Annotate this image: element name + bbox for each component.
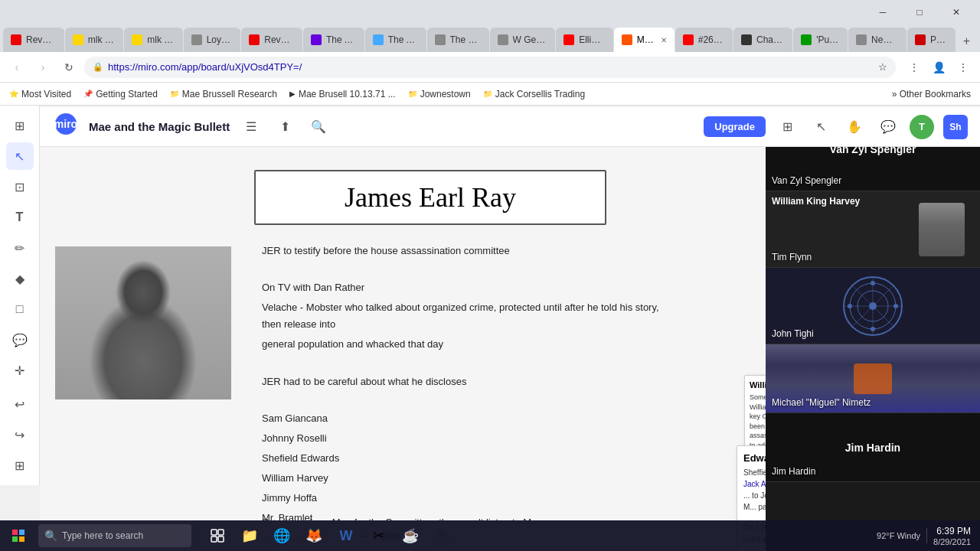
bookmark-icon-3: 📁 (170, 90, 179, 98)
taskbar-scissors[interactable]: ✂ (363, 520, 394, 551)
search-icon[interactable]: 🔍 (306, 115, 331, 139)
note-sam-giancana: Sam Giancana (262, 410, 660, 427)
bookmark-icon-2: 📌 (83, 90, 93, 98)
frames-tool[interactable]: ⊡ (6, 173, 34, 201)
bookmarks-bar: ⭐ Most Visited 📌 Getting Started 📁 Mae B… (0, 83, 980, 106)
minimize-button[interactable]: ─ (865, 2, 900, 23)
marker-tool[interactable]: ◆ (6, 265, 34, 292)
tab-10[interactable]: Elliot... (556, 28, 613, 52)
other-bookmarks[interactable]: » Other Bookmarks (889, 87, 974, 101)
tab-5[interactable]: Rever... (241, 28, 302, 52)
note-line1: JER to testify before the house assassin… (262, 243, 660, 259)
url-text: https://miro.com/app/board/uXjVOsd4TPY=/ (108, 61, 874, 73)
select-tool[interactable]: ↖ (6, 142, 34, 170)
tab-7[interactable]: The A... (365, 28, 426, 52)
tab-2[interactable]: mlk c... (65, 28, 123, 52)
close-button[interactable]: ✕ (939, 2, 974, 23)
taskbar-word[interactable]: W (331, 520, 361, 551)
tab-3[interactable]: mlk c... (124, 28, 182, 52)
note-line3: Velache - Mobster who talked about organ… (262, 299, 660, 333)
bookmark-icon-5: 📁 (408, 90, 417, 98)
svg-rect-18 (211, 536, 217, 542)
shapes-tool[interactable]: ✛ (6, 357, 34, 384)
redo-tool[interactable]: ↪ (6, 421, 34, 448)
miro-logo[interactable]: miro (52, 110, 80, 138)
tab-12[interactable]: #261... (675, 28, 733, 52)
comment-icon[interactable]: 💬 (876, 115, 900, 139)
taskbar-firefox[interactable]: 🦊 (299, 520, 329, 551)
svg-rect-14 (12, 536, 18, 542)
participant-overlay-john: John Tighi (772, 328, 814, 339)
taskbar-file-manager[interactable]: 📁 (234, 520, 265, 551)
new-tab-button[interactable]: + (956, 31, 977, 52)
start-button[interactable] (3, 520, 34, 551)
tab-6[interactable]: The A... (303, 28, 364, 52)
tab-15[interactable]: New ... (848, 28, 906, 52)
forward-button[interactable]: › (32, 57, 54, 78)
upgrade-button[interactable]: Upgrade (704, 116, 766, 137)
share-button[interactable]: Sh (943, 115, 968, 139)
participant-miguel: Michael "Miguel" Nimetz (766, 344, 980, 413)
svg-point-10 (848, 304, 852, 308)
taskbar: 🔍 Type here to search 📁 🌐 🦊 W ✂ ☕ 92°F W… (0, 520, 980, 551)
svg-rect-19 (218, 536, 224, 542)
bookmark-mae-brusell[interactable]: ▶ Mae Brusell 10.13.71 ... (286, 87, 399, 101)
board-title: Mae and the Magic Bullett (89, 120, 230, 133)
participant-logo-john (842, 276, 903, 337)
taskbar-search[interactable]: 🔍 Type here to search (38, 524, 191, 547)
note-shefield-edwards: Shefield Edwards (262, 450, 660, 467)
nav-bar: ‹ › ↻ 🔒 https://miro.com/app/board/uXjVO… (0, 52, 980, 83)
tab-13[interactable]: Chan... (733, 28, 792, 52)
clock-date: 8/29/2021 (933, 537, 971, 546)
sticky-tool[interactable]: □ (6, 295, 34, 323)
reload-button[interactable]: ↻ (58, 57, 80, 78)
taskbar-coffee[interactable]: ☕ (395, 520, 426, 551)
user-avatar[interactable]: T (910, 115, 934, 139)
participant-thumbnail-william (919, 203, 965, 256)
jer-title-card: James Earl Ray (254, 170, 606, 225)
apps-icon[interactable]: ⊞ (775, 115, 799, 139)
bookmark-mae-brussell[interactable]: 📁 Mae Brussell Research (167, 87, 280, 101)
participant-thumbnail-accent (854, 364, 892, 394)
profile-icon[interactable]: 👤 (928, 57, 949, 78)
canvas-area: James Earl Ray JER to testify before the… (40, 147, 766, 551)
tray-clock[interactable]: 6:39 PM 8/29/2021 (933, 526, 971, 546)
pen-tool[interactable]: ✏ (6, 234, 34, 262)
bookmark-jownestown[interactable]: 📁 Jownestown (405, 87, 474, 101)
tab-9[interactable]: W Geo... (490, 28, 556, 52)
bookmark-getting-started[interactable]: 📌 Getting Started (80, 87, 161, 101)
back-button[interactable]: ‹ (6, 57, 28, 78)
left-sidebar: ⊞ ↖ ⊡ T ✏ ◆ □ 💬 ✛ ↩ ↪ ⊞ (0, 106, 40, 485)
menu-icon[interactable]: ⋮ (952, 57, 974, 78)
home-tool[interactable]: ⊞ (6, 112, 34, 139)
maximize-button[interactable]: □ (902, 2, 937, 23)
taskbar-edge[interactable]: 🌐 (266, 520, 297, 551)
share-icon[interactable]: ⬆ (273, 115, 297, 139)
note-jimmy-hoffa: Jimmy Hoffa (262, 490, 660, 507)
title-bar: ─ □ ✕ (0, 0, 980, 24)
bookmark-jack-corsellis[interactable]: 📁 Jack Corsellis Trading (480, 87, 588, 101)
taskbar-multitask[interactable] (202, 520, 233, 551)
bookmark-most-visited[interactable]: ⭐ Most Visited (6, 87, 74, 101)
taskbar-apps: 📁 🌐 🦊 W ✂ ☕ (202, 520, 875, 551)
jer-photo-image (55, 246, 231, 399)
tab-miro[interactable]: Ma...✕ (614, 28, 675, 52)
svg-rect-16 (211, 530, 217, 535)
address-bar[interactable]: 🔒 https://miro.com/app/board/uXjVOsd4TPY… (84, 57, 896, 78)
text-tool[interactable]: T (6, 204, 34, 231)
star-icon[interactable]: ☆ (878, 61, 887, 73)
comment-tool[interactable]: 💬 (6, 326, 34, 354)
tab-16[interactable]: PF... (907, 28, 956, 52)
undo-tool[interactable]: ↩ (6, 390, 34, 418)
note-william-harvey: William Harvey (262, 470, 660, 487)
tab-14[interactable]: 'Pull... (793, 28, 848, 52)
tab-8[interactable]: The C... (427, 28, 489, 52)
tab-4[interactable]: Loyd... (184, 28, 241, 52)
hand-icon[interactable]: ✋ (842, 115, 867, 139)
tab-1[interactable]: Rever... (3, 28, 64, 52)
svg-point-7 (869, 302, 877, 310)
menu-icon[interactable]: ☰ (239, 115, 263, 139)
boards-tool[interactable]: ⊞ (6, 452, 34, 479)
cursor-tool-icon[interactable]: ↖ (808, 115, 833, 139)
extensions-icon[interactable]: ⋮ (903, 57, 925, 78)
